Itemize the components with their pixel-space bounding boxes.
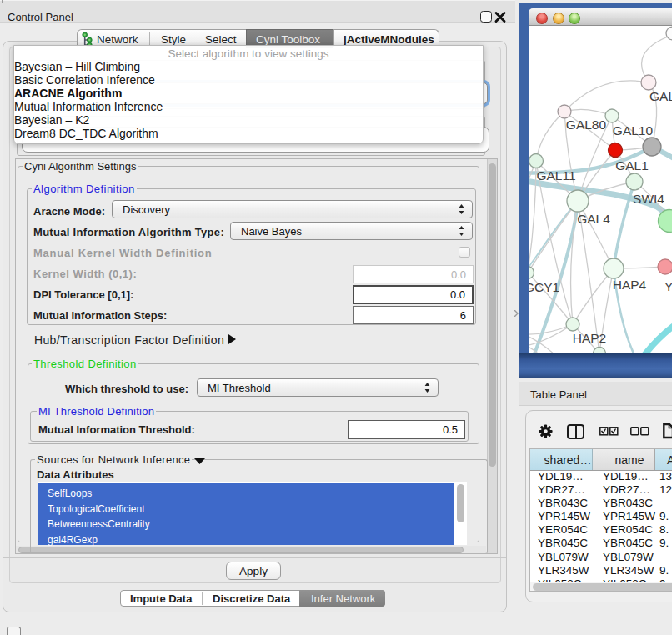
svg-text:GCY1: GCY1 (529, 280, 559, 294)
svg-text:GAL1: GAL1 (615, 158, 649, 172)
svg-text:HAP4: HAP4 (613, 278, 647, 292)
svg-text:GAL7: GAL7 (649, 89, 672, 103)
svg-text:HAP2: HAP2 (573, 331, 607, 345)
svg-text:GAL80: GAL80 (566, 118, 607, 132)
svg-text:SWI4: SWI4 (633, 192, 664, 206)
svg-text:GAL10: GAL10 (613, 123, 654, 138)
svg-text:YP: YP (664, 279, 672, 293)
svg-text:GAL4: GAL4 (577, 212, 610, 226)
svg-text:GAL11: GAL11 (536, 168, 575, 182)
